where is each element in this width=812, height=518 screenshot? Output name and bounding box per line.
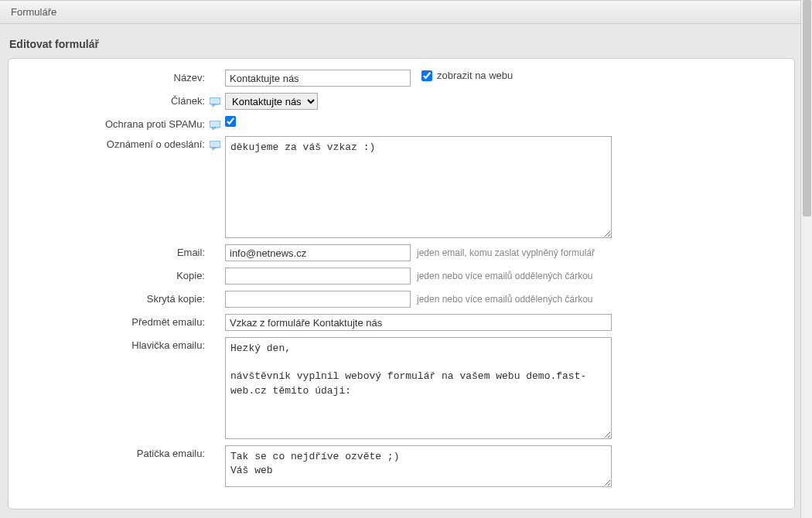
row-subject: Předmět emailu: [16, 314, 786, 331]
label-article: Článek: [16, 93, 210, 107]
scrollbar[interactable] [800, 0, 812, 518]
subject-input[interactable] [225, 314, 612, 331]
row-article: Článek: Kontaktujte nás [16, 93, 786, 110]
email-hint: jeden email, komu zaslat vyplněný formul… [417, 244, 595, 258]
email-input[interactable] [225, 244, 411, 261]
row-bcc: Skrytá kopie: jeden nebo více emailů odd… [16, 291, 786, 308]
svg-rect-1 [210, 121, 220, 128]
row-notice: Oznámení o odeslání: [16, 136, 786, 238]
help-spacer [210, 291, 225, 293]
form-panel: Název: zobrazit na webu Článek: [8, 58, 795, 509]
help-spacer [210, 337, 225, 339]
show-on-web-checkbox[interactable] [421, 70, 432, 81]
bcc-hint: jeden nebo více emailů oddělených čárkou [417, 291, 592, 305]
content: Editovat formulář Název: zobrazit na web… [0, 24, 800, 509]
breadcrumb: Formuláře [0, 0, 800, 24]
svg-rect-0 [210, 97, 220, 104]
bcc-input[interactable] [225, 291, 411, 308]
label-footer: Patička emailu: [16, 445, 210, 459]
label-cc: Kopie: [16, 268, 210, 281]
label-subject: Předmět emailu: [16, 314, 210, 328]
row-email: Email: jeden email, komu zaslat vyplněný… [16, 244, 786, 261]
row-spam: Ochrana proti SPAMu: [16, 116, 786, 130]
notice-textarea[interactable] [225, 136, 612, 238]
article-select[interactable]: Kontaktujte nás [225, 93, 318, 110]
label-name: Název: [16, 70, 210, 83]
help-spacer [210, 70, 225, 72]
row-footer: Patička emailu: [16, 445, 786, 487]
label-notice: Oznámení o odeslání: [16, 136, 210, 150]
show-on-web-wrapper[interactable]: zobrazit na webu [421, 70, 513, 81]
page-root: Formuláře Editovat formulář Název: zobra… [0, 0, 812, 518]
help-icon[interactable] [210, 121, 220, 130]
svg-rect-2 [210, 141, 220, 148]
help-icon[interactable] [210, 97, 220, 107]
label-bcc: Skrytá kopie: [16, 291, 210, 305]
name-input[interactable] [225, 70, 411, 87]
help-spacer [210, 268, 225, 270]
cc-input[interactable] [225, 268, 411, 285]
cc-hint: jeden nebo více emailů oddělených čárkou [417, 268, 592, 281]
footer-textarea[interactable] [225, 445, 612, 487]
help-spacer [210, 445, 225, 448]
row-header: Hlavička emailu: [16, 337, 786, 439]
page-title: Editovat formulář [8, 38, 793, 50]
help-spacer [210, 314, 225, 316]
header-textarea[interactable] [225, 337, 612, 439]
breadcrumb-text: Formuláře [11, 6, 56, 18]
scrollbar-thumb[interactable] [803, 0, 811, 216]
row-cc: Kopie: jeden nebo více emailů oddělených… [16, 268, 786, 285]
label-header: Hlavička emailu: [16, 337, 210, 351]
label-spam: Ochrana proti SPAMu: [16, 116, 210, 130]
help-icon[interactable] [210, 141, 220, 150]
row-name: Název: zobrazit na webu [16, 70, 786, 87]
spam-checkbox[interactable] [225, 116, 236, 127]
show-on-web-label: zobrazit na webu [437, 70, 513, 81]
label-email: Email: [16, 244, 210, 258]
help-spacer [210, 244, 225, 247]
